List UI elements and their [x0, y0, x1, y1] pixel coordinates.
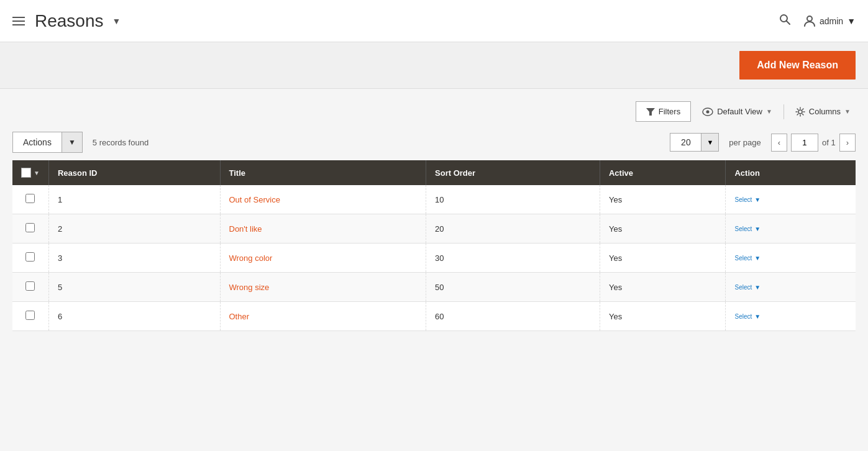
cell-reason-id: 2 [48, 214, 220, 244]
select-arrow: ▼ [754, 313, 761, 320]
main-content: Filters Default View ▼ Columns ▼ Actions… [0, 89, 868, 344]
admin-arrow: ▼ [847, 16, 856, 26]
svg-point-2 [807, 16, 812, 21]
per-page-value: 20 [670, 133, 701, 152]
gear-icon [795, 107, 805, 117]
admin-label: admin [820, 16, 843, 26]
header-right: admin ▼ [779, 13, 856, 29]
admin-menu[interactable]: admin ▼ [803, 14, 856, 28]
filters-button-label: Filters [659, 107, 680, 116]
row-checkbox[interactable] [25, 252, 35, 262]
next-page-button[interactable]: › [839, 134, 856, 152]
cell-sort-order: 30 [426, 244, 600, 273]
svg-line-1 [787, 21, 790, 25]
columns-label: Columns [809, 107, 841, 116]
select-action-button[interactable]: Select ▼ [734, 226, 847, 232]
cell-reason-id: 5 [48, 273, 220, 302]
data-table: ▼ Reason ID Title Sort Order Active Acti… [12, 160, 856, 331]
svg-point-6 [798, 110, 802, 114]
cell-sort-order: 50 [426, 273, 600, 302]
select-arrow: ▼ [754, 284, 761, 291]
header-left: Reasons ▼ [12, 11, 121, 31]
select-action-button[interactable]: Select ▼ [734, 255, 847, 262]
select-action-button[interactable]: Select ▼ [734, 284, 847, 291]
cell-sort-order: 20 [426, 214, 600, 244]
page-number-input[interactable] [791, 134, 818, 152]
select-arrow: ▼ [754, 196, 761, 203]
eye-icon [702, 107, 713, 116]
cell-active: Yes [600, 214, 726, 244]
per-page-label: per page [729, 138, 761, 147]
title-link[interactable]: Other [229, 312, 250, 321]
title-dropdown-arrow[interactable]: ▼ [112, 16, 121, 26]
row-checkbox[interactable] [25, 281, 35, 291]
actions-dropdown[interactable]: Actions ▼ [12, 132, 83, 153]
records-count: 5 records found [93, 138, 148, 147]
view-arrow: ▼ [766, 108, 772, 115]
cell-active: Yes [600, 244, 726, 273]
table-row: 1Out of Service10YesSelect ▼ [12, 185, 856, 214]
select-label: Select [734, 255, 752, 262]
select-label: Select [734, 313, 752, 320]
header-checkbox-wrap[interactable]: ▼ [21, 168, 40, 178]
cell-sort-order: 60 [426, 302, 600, 331]
default-view-button[interactable]: Default View ▼ [697, 102, 777, 121]
of-page-label: of 1 [822, 138, 836, 147]
title-link[interactable]: Out of Service [229, 195, 280, 204]
actions-left: Actions ▼ 5 records found [12, 132, 148, 153]
cell-active: Yes [600, 185, 726, 214]
select-label: Select [734, 226, 752, 232]
funnel-icon [646, 108, 655, 116]
toolbar: Add New Reason [0, 42, 868, 89]
columns-button[interactable]: Columns ▼ [790, 102, 856, 122]
search-button[interactable] [779, 13, 791, 29]
cell-title: Other [220, 302, 426, 331]
select-action-button[interactable]: Select ▼ [734, 196, 847, 203]
search-icon [779, 13, 791, 25]
menu-icon[interactable] [12, 17, 25, 25]
row-checkbox-cell [12, 185, 48, 214]
cell-reason-id: 6 [48, 302, 220, 331]
cell-active: Yes [600, 273, 726, 302]
top-header: Reasons ▼ admin ▼ [0, 0, 868, 42]
add-new-reason-button[interactable]: Add New Reason [739, 51, 856, 80]
user-icon [803, 14, 816, 28]
actions-arrow-button[interactable]: ▼ [62, 132, 83, 153]
per-page-arrow-button[interactable]: ▼ [701, 133, 719, 152]
separator [783, 104, 784, 119]
cell-title: Wrong color [220, 244, 426, 273]
row-checkbox-cell [12, 302, 48, 331]
cell-action: Select ▼ [726, 244, 856, 273]
row-checkbox[interactable] [25, 311, 35, 320]
actions-row: Actions ▼ 5 records found 20 ▼ per page … [12, 132, 856, 153]
row-checkbox-cell [12, 273, 48, 302]
prev-page-button[interactable]: ‹ [771, 134, 787, 152]
cell-title: Don't like [220, 214, 426, 244]
table-header: ▼ Reason ID Title Sort Order Active Acti… [12, 160, 856, 185]
title-link[interactable]: Wrong color [229, 253, 273, 263]
default-view-label: Default View [717, 107, 762, 116]
select-arrow: ▼ [754, 226, 761, 232]
select-arrow: ▼ [754, 255, 761, 262]
th-sort-order: Sort Order [426, 160, 600, 185]
cell-action: Select ▼ [726, 273, 856, 302]
cell-reason-id: 1 [48, 185, 220, 214]
cell-title: Wrong size [220, 273, 426, 302]
filters-button[interactable]: Filters [636, 101, 691, 122]
header-checkbox-arrow[interactable]: ▼ [34, 170, 40, 176]
th-active: Active [600, 160, 726, 185]
title-link[interactable]: Wrong size [229, 283, 270, 292]
row-checkbox[interactable] [25, 223, 35, 232]
row-checkbox[interactable] [25, 194, 35, 203]
header-checkbox[interactable] [21, 168, 31, 178]
title-link[interactable]: Don't like [229, 224, 262, 234]
actions-label: Actions [12, 132, 62, 153]
cell-action: Select ▼ [726, 302, 856, 331]
svg-point-5 [706, 110, 710, 113]
cell-action: Select ▼ [726, 214, 856, 244]
th-action: Action [726, 160, 856, 185]
pagination-right: 20 ▼ per page ‹ of 1 › [670, 133, 856, 152]
th-reason-id: Reason ID [48, 160, 220, 185]
svg-marker-3 [646, 108, 655, 116]
select-action-button[interactable]: Select ▼ [734, 313, 847, 320]
